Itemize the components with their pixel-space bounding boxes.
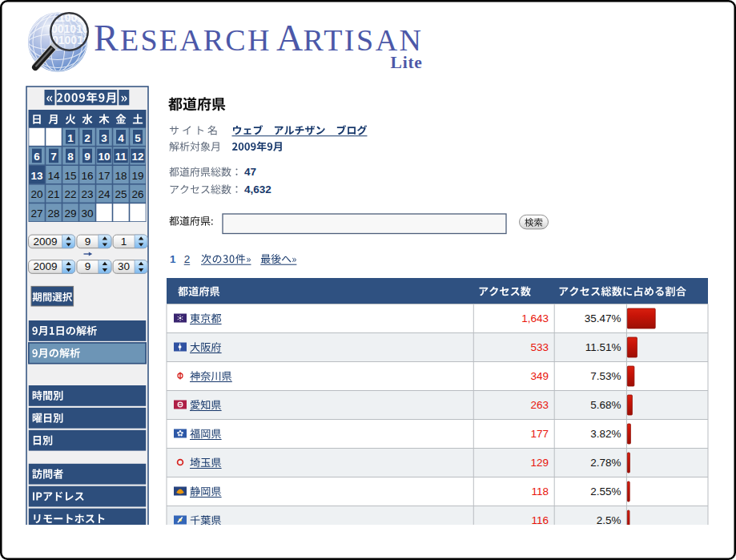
svg-text:21: 21 [47, 188, 59, 200]
svg-text:2009: 2009 [34, 260, 58, 272]
svg-text:4,632: 4,632 [244, 183, 271, 195]
svg-text:1: 1 [170, 253, 176, 265]
svg-text:R: R [94, 18, 119, 58]
svg-text:3.82%: 3.82% [590, 428, 621, 440]
svg-text:6: 6 [34, 151, 40, 163]
svg-text:349: 349 [530, 370, 549, 382]
svg-text:2: 2 [184, 253, 191, 265]
svg-text:16: 16 [81, 170, 93, 182]
svg-text:4: 4 [118, 132, 124, 144]
svg-text:118: 118 [531, 485, 549, 498]
svg-text:9: 9 [84, 151, 90, 163]
svg-text:129: 129 [530, 457, 549, 469]
svg-text:23: 23 [81, 188, 93, 200]
svg-text:2009: 2009 [34, 236, 58, 248]
svg-text:3: 3 [101, 132, 107, 144]
svg-text:28: 28 [47, 207, 59, 220]
svg-text:5: 5 [135, 132, 141, 144]
svg-text:Lite: Lite [391, 53, 423, 72]
svg-text:30: 30 [81, 207, 93, 220]
svg-text:1: 1 [67, 132, 74, 144]
svg-text:27: 27 [30, 207, 42, 220]
svg-text:19: 19 [131, 170, 143, 182]
svg-text:17: 17 [98, 170, 110, 182]
svg-text:15: 15 [64, 170, 76, 182]
svg-text:13: 13 [30, 170, 43, 182]
svg-text:10: 10 [98, 151, 110, 163]
svg-text:2.78%: 2.78% [590, 457, 621, 469]
svg-text:29: 29 [64, 207, 76, 220]
svg-text:1: 1 [121, 236, 127, 248]
svg-text:177: 177 [530, 428, 549, 440]
svg-text:2.55%: 2.55% [590, 485, 621, 498]
svg-text:25: 25 [115, 188, 127, 200]
svg-text:26: 26 [131, 188, 143, 200]
svg-text:24: 24 [98, 188, 111, 200]
svg-text:8: 8 [67, 151, 74, 163]
svg-text:47: 47 [244, 166, 256, 178]
svg-text:35.47%: 35.47% [585, 312, 621, 324]
svg-text:20: 20 [30, 188, 42, 200]
svg-text:14: 14 [47, 170, 60, 182]
svg-text:9: 9 [85, 260, 91, 272]
svg-text:2: 2 [84, 132, 90, 144]
svg-text:9: 9 [85, 236, 91, 248]
svg-text:263: 263 [530, 399, 549, 411]
svg-text:533: 533 [530, 341, 549, 353]
svg-text:11: 11 [115, 151, 127, 163]
svg-text:A: A [276, 18, 303, 58]
svg-text:ESEARCH: ESEARCH [120, 23, 271, 57]
svg-text:5.68%: 5.68% [590, 399, 621, 411]
svg-text:7: 7 [50, 151, 57, 163]
svg-text:12: 12 [131, 151, 143, 163]
svg-text:18: 18 [115, 170, 127, 182]
svg-text:11.51%: 11.51% [585, 341, 621, 353]
svg-text:7.53%: 7.53% [590, 370, 621, 382]
svg-text:22: 22 [64, 188, 76, 200]
svg-text:1,643: 1,643 [521, 312, 549, 324]
svg-text:30: 30 [118, 260, 130, 272]
